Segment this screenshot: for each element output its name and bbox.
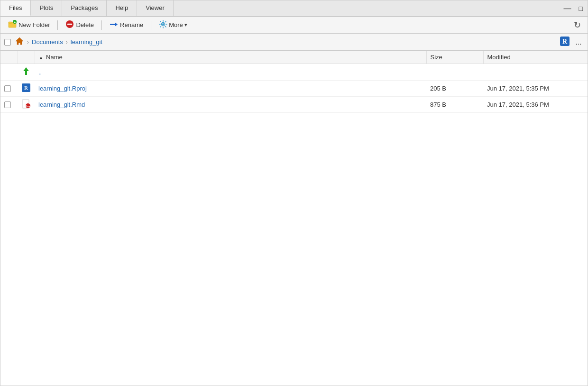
col-name-label: Name (46, 54, 63, 61)
col-check-header (0, 51, 18, 64)
table-row-rproj: R learning_git.Rproj 205 B Jun 17, 2021,… (0, 81, 588, 97)
breadcrumb-sep-1: › (26, 39, 30, 46)
tab-help[interactable]: Help (107, 0, 137, 16)
more-dropdown-arrow: ▾ (184, 22, 187, 28)
rmd-file-link[interactable]: learning_git.Rmd (38, 101, 85, 108)
tab-viewer[interactable]: Viewer (137, 0, 174, 16)
tab-plots[interactable]: Plots (31, 0, 62, 16)
breadcrumb-current: learning_git (71, 38, 102, 46)
toolbar-sep-2 (101, 20, 102, 30)
table-header-row: ▲ Name Size Modified (0, 51, 588, 64)
col-size-header[interactable]: Size (426, 51, 483, 64)
col-name-header[interactable]: ▲ Name (35, 51, 426, 64)
svg-text:+: + (14, 21, 16, 24)
select-all-checkbox[interactable] (4, 39, 11, 46)
delete-icon (65, 20, 74, 30)
check-cell-parent (0, 64, 18, 81)
file-checkbox-rproj[interactable] (4, 85, 11, 92)
rename-icon (110, 20, 118, 30)
toolbar-sep-1 (57, 20, 58, 30)
svg-text:R: R (562, 38, 568, 45)
rproj-file-link[interactable]: learning_git.Rproj (38, 85, 87, 92)
new-folder-icon: + (8, 20, 17, 30)
breadcrumb-more-button[interactable]: … (573, 38, 584, 46)
modified-cell-parent (483, 64, 588, 81)
modified-cell-rproj: Jun 17, 2021, 5:35 PM (483, 81, 588, 97)
file-table: ▲ Name Size Modified (0, 51, 588, 113)
svg-marker-7 (115, 22, 118, 27)
parent-dir-link[interactable]: .. (38, 69, 42, 76)
size-cell-rproj: 205 B (426, 81, 483, 97)
maximize-button[interactable]: □ (576, 4, 586, 13)
tab-bar: Files Plots Packages Help Viewer — □ (0, 0, 588, 17)
files-panel: Files Plots Packages Help Viewer — □ + (0, 0, 588, 386)
name-cell-parent[interactable]: .. (35, 64, 426, 81)
tab-packages[interactable]: Packages (62, 0, 107, 16)
icon-cell-rproj: R (18, 81, 35, 97)
modified-cell-rmd: Jun 17, 2021, 5:36 PM (483, 97, 588, 113)
delete-button[interactable]: Delete (62, 18, 98, 31)
more-label: More (169, 21, 183, 28)
minimize-button[interactable]: — (561, 3, 574, 14)
col-modified-header[interactable]: Modified (483, 51, 588, 64)
tab-files[interactable]: Files (0, 0, 31, 16)
up-arrow-icon (21, 69, 31, 77)
icon-cell-rmd: Rmd (18, 97, 35, 113)
toolbar: + New Folder Delete (0, 17, 588, 34)
svg-point-9 (162, 23, 164, 25)
new-folder-label: New Folder (18, 21, 50, 28)
table-row-rmd: Rmd learning_git.Rmd 875 B Jun 17, 2021,… (0, 97, 588, 113)
size-cell-parent (426, 64, 483, 81)
toolbar-right: ↻ (571, 19, 584, 31)
svg-marker-13 (23, 67, 29, 75)
r-project-icon[interactable]: R (559, 36, 570, 48)
more-gear-icon (159, 20, 167, 30)
rmd-file-icon: Rmd (21, 103, 31, 110)
svg-rect-1 (9, 22, 12, 23)
svg-text:Rmd: Rmd (25, 105, 31, 108)
icon-cell-parent (18, 64, 35, 81)
file-checkbox-rmd[interactable] (4, 101, 11, 108)
col-size-label: Size (431, 54, 442, 61)
breadcrumb-documents[interactable]: Documents (32, 38, 63, 46)
table-row-parent: .. (0, 64, 588, 81)
breadcrumb-bar: › Documents › learning_git R … (0, 34, 588, 51)
more-button[interactable]: More ▾ (155, 18, 191, 31)
reload-button[interactable]: ↻ (571, 19, 584, 31)
breadcrumb-right: R … (559, 36, 584, 48)
new-folder-button[interactable]: + New Folder (4, 18, 54, 31)
rename-label: Rename (120, 21, 143, 28)
file-list: ▲ Name Size Modified (0, 51, 588, 386)
home-icon[interactable] (15, 37, 24, 47)
rename-button[interactable]: Rename (106, 18, 147, 31)
rproj-file-icon: R (21, 87, 31, 94)
check-cell-rmd[interactable] (0, 97, 18, 113)
size-cell-rmd: 875 B (426, 97, 483, 113)
name-cell-rproj[interactable]: learning_git.Rproj (35, 81, 426, 97)
toolbar-sep-3 (151, 20, 151, 30)
col-modified-label: Modified (487, 54, 511, 61)
name-cell-rmd[interactable]: learning_git.Rmd (35, 97, 426, 113)
col-icon-header (18, 51, 35, 64)
svg-marker-10 (16, 37, 23, 45)
svg-text:R: R (24, 85, 28, 91)
delete-label: Delete (76, 21, 94, 28)
check-cell-rproj[interactable] (0, 81, 18, 97)
sort-arrow-name: ▲ (39, 55, 44, 60)
breadcrumb-sep-2: › (65, 39, 69, 46)
